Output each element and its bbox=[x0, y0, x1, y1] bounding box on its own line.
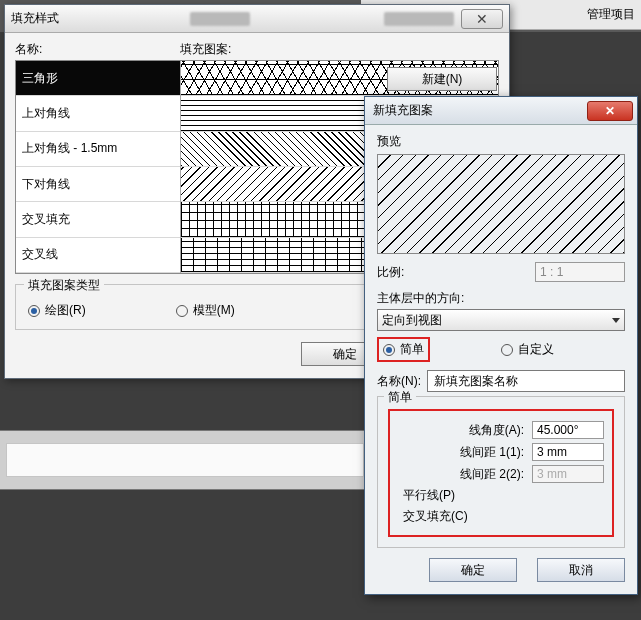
spacing1-input[interactable]: 3 mm bbox=[532, 443, 604, 461]
angle-label: 线角度(A): bbox=[398, 422, 532, 439]
list-item[interactable]: 三角形 bbox=[16, 61, 180, 96]
blurred-area bbox=[190, 12, 250, 26]
direction-label: 主体层中的方向: bbox=[377, 290, 625, 307]
dlg2-title: 新填充图案 bbox=[373, 102, 433, 119]
name-label: 名称(N): bbox=[377, 373, 421, 390]
manage-project-label[interactable]: 管理项目 bbox=[587, 6, 635, 23]
close-icon[interactable]: ✕ bbox=[587, 101, 633, 121]
ribbon-strip bbox=[0, 430, 370, 490]
radio-custom[interactable]: 自定义 bbox=[501, 337, 625, 362]
group-title: 填充图案类型 bbox=[24, 277, 104, 294]
preview-box bbox=[377, 154, 625, 254]
blurred-area bbox=[384, 12, 454, 26]
list-item[interactable]: 交叉线 bbox=[16, 238, 180, 273]
close-icon[interactable]: ✕ bbox=[461, 9, 503, 29]
ratio-label: 比例: bbox=[377, 264, 535, 281]
ok-button[interactable]: 确定 bbox=[429, 558, 517, 582]
radio-model[interactable]: 模型(M) bbox=[176, 302, 235, 319]
list-item[interactable]: 交叉填充 bbox=[16, 202, 180, 237]
dlg1-title: 填充样式 bbox=[11, 10, 59, 27]
radio-drawing[interactable]: 绘图(R) bbox=[28, 302, 86, 319]
name-header: 名称: bbox=[15, 41, 180, 58]
simple-group: 简单 线角度(A): 45.000° 线间距 1(1): 3 mm 线间距 2(… bbox=[377, 396, 625, 548]
pattern-header: 填充图案: bbox=[180, 41, 231, 58]
radio-simple[interactable]: 简单 bbox=[377, 337, 501, 362]
direction-select[interactable]: 定向到视图 bbox=[377, 309, 625, 331]
group-legend: 简单 bbox=[384, 389, 416, 406]
new-fill-pattern-dialog: 新填充图案 ✕ 预览 比例: 1 : 1 主体层中的方向: 定向到视图 简单 自… bbox=[364, 96, 638, 595]
list-item[interactable]: 上对角线 bbox=[16, 96, 180, 131]
dlg1-titlebar[interactable]: 填充样式 ✕ bbox=[5, 5, 509, 33]
spacing2-label: 线间距 2(2): bbox=[398, 466, 532, 483]
new-button[interactable]: 新建(N) bbox=[387, 67, 497, 91]
angle-input[interactable]: 45.000° bbox=[532, 421, 604, 439]
pattern-name-input[interactable]: 新填充图案名称 bbox=[427, 370, 625, 392]
dlg2-titlebar[interactable]: 新填充图案 ✕ bbox=[365, 97, 637, 125]
radio-parallel[interactable]: 平行线(P) bbox=[398, 487, 604, 504]
cancel-button[interactable]: 取消 bbox=[537, 558, 625, 582]
list-item[interactable]: 上对角线 - 1.5mm bbox=[16, 132, 180, 167]
ratio-input: 1 : 1 bbox=[535, 262, 625, 282]
spacing2-input: 3 mm bbox=[532, 465, 604, 483]
list-item[interactable]: 下对角线 bbox=[16, 167, 180, 202]
spacing1-label: 线间距 1(1): bbox=[398, 444, 532, 461]
preview-label: 预览 bbox=[377, 133, 625, 150]
radio-crosshatch[interactable]: 交叉填充(C) bbox=[398, 508, 604, 525]
